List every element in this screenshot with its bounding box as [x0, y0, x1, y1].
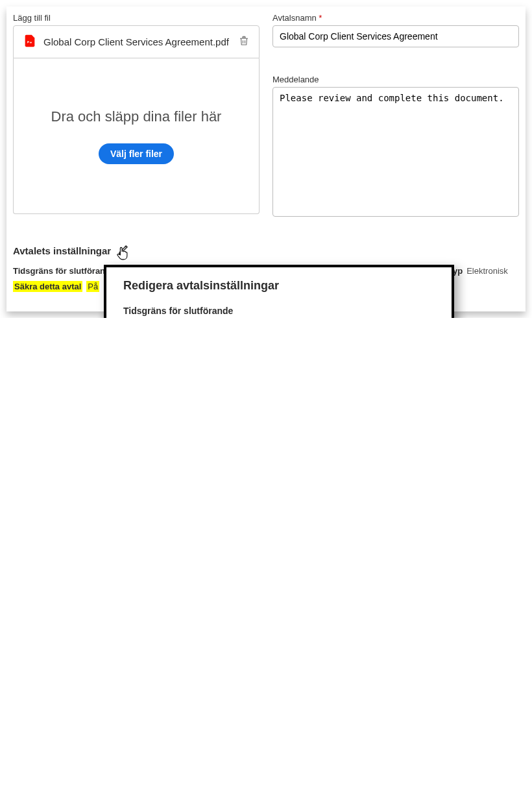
file-section-label: Lägg till fil — [13, 13, 260, 23]
file-dropzone[interactable]: Dra och släpp dina filer här Välj fler f… — [13, 58, 260, 214]
summary-vault-value: På — [86, 281, 99, 292]
trash-icon[interactable] — [238, 35, 250, 49]
modal-title: Redigera avtalsinställningar — [123, 279, 435, 293]
deadline-section-title: Tidsgräns för slutförande — [123, 306, 435, 316]
edit-settings-modal: Redigera avtalsinställningar Tidsgräns f… — [104, 265, 454, 318]
select-files-button[interactable]: Välj fler filer — [99, 143, 174, 164]
edit-icon[interactable] — [117, 247, 130, 258]
summary-vault-label: Säkra detta avtal — [13, 281, 82, 292]
settings-title: Avtalets inställningar — [13, 245, 111, 256]
agreement-name-input[interactable] — [272, 25, 519, 47]
agreement-name-label: Avtalsnamn * — [272, 13, 519, 23]
dropzone-text: Dra och släpp dina filer här — [51, 108, 222, 125]
summary-deadline-label: Tidsgräns för slutförande — [13, 266, 115, 276]
uploaded-file-name: Global Corp Client Services Agreement.pd… — [43, 36, 232, 47]
message-textarea[interactable] — [272, 87, 519, 217]
summary-signature-value: Elektronisk — [466, 266, 508, 276]
message-label: Meddelande — [272, 75, 519, 84]
pdf-icon — [23, 34, 37, 50]
uploaded-file-row: Global Corp Client Services Agreement.pd… — [13, 25, 260, 58]
